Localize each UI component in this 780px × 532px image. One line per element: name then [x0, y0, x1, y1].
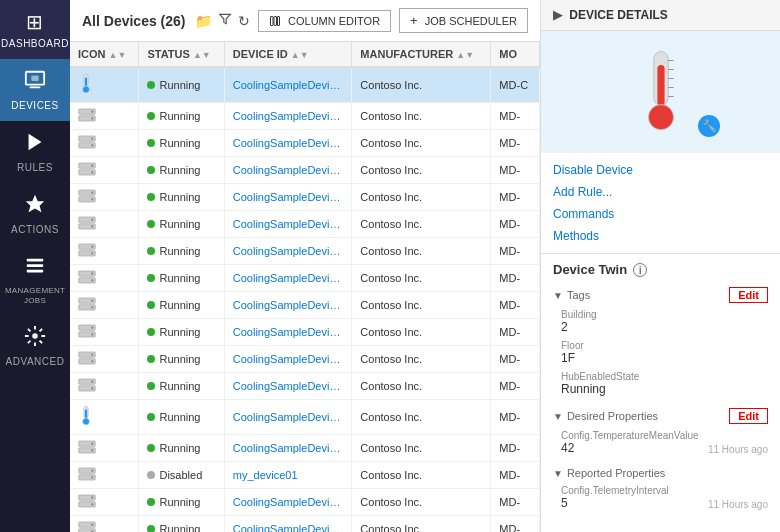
manufacturer-cell: Contoso Inc.	[352, 103, 491, 130]
device-icon-cell	[70, 292, 139, 319]
device-visual: 🔧	[541, 31, 780, 153]
model-cell: MD-	[491, 489, 540, 516]
status-dot	[147, 413, 155, 421]
col-status[interactable]: STATUS ▲▼	[139, 42, 224, 67]
device-id-cell[interactable]: CoolingSampleDevice018_979	[224, 373, 352, 400]
device-icon-cell	[70, 211, 139, 238]
filter-icon[interactable]	[218, 12, 232, 29]
svg-point-29	[91, 192, 93, 194]
device-id-cell[interactable]: CoolingSampleDevice004_979	[224, 435, 352, 462]
device-icon-cell	[70, 184, 139, 211]
main-content: All Devices (26) 📁 ↻ COLUMN EDITOR + JOB…	[70, 0, 540, 532]
col-icon[interactable]: ICON ▲▼	[70, 42, 139, 67]
info-icon[interactable]: i	[633, 263, 647, 277]
table-row[interactable]: RunningCoolingSampleDevice001_979Contoso…	[70, 67, 540, 103]
device-status-cell: Running	[139, 373, 224, 400]
model-cell: MD-	[491, 373, 540, 400]
job-scheduler-button[interactable]: + JOB SCHEDULER	[399, 8, 528, 33]
svg-point-49	[91, 327, 93, 329]
table-row[interactable]: RunningCoolingSampleDevice025_979Contoso…	[70, 265, 540, 292]
server-small-icon	[78, 108, 96, 122]
device-id-cell[interactable]: CoolingSampleDevice022_979	[224, 238, 352, 265]
device-id-cell[interactable]: CoolingSampleDevice013_979	[224, 157, 352, 184]
col-device-id[interactable]: DEVICE ID ▲▼	[224, 42, 352, 67]
svg-rect-13	[85, 77, 87, 86]
device-icon-cell	[70, 373, 139, 400]
device-id-cell[interactable]: CoolingSampleDevice001_979	[224, 67, 352, 103]
reported-chevron-icon[interactable]: ▼	[553, 468, 563, 479]
svg-rect-6	[27, 264, 44, 267]
device-id-cell[interactable]: CoolingSampleDevice007_979	[224, 489, 352, 516]
commands-link[interactable]: Commands	[553, 205, 768, 223]
svg-point-42	[91, 279, 93, 281]
reported-properties-section: ▼ Reported Properties Config.TelemetryIn…	[553, 467, 768, 510]
svg-rect-5	[27, 259, 44, 262]
svg-point-37	[91, 246, 93, 248]
desired-chevron-icon[interactable]: ▼	[553, 411, 563, 422]
model-cell: MD-	[491, 238, 540, 265]
table-row[interactable]: RunningCoolingSampleDevice004_979Contoso…	[70, 435, 540, 462]
table-row[interactable]: RunningCoolingSampleDevice006_979Contoso…	[70, 211, 540, 238]
table-row[interactable]: RunningCoolingSampleDevice023_979Contoso…	[70, 103, 540, 130]
device-id-cell[interactable]: CoolingSampleDevice015_979	[224, 346, 352, 373]
svg-point-22	[91, 144, 93, 146]
device-id-cell[interactable]: CoolingSampleDevice020_979	[224, 184, 352, 211]
sidebar-item-devices[interactable]: Devices	[0, 59, 70, 121]
table-row[interactable]: RunningCoolingSampleDevice013_979Contoso…	[70, 157, 540, 184]
device-id-cell[interactable]: CoolingSampleDevice023_979	[224, 103, 352, 130]
table-row[interactable]: RunningCoolingSampleDevice018_979Contoso…	[70, 373, 540, 400]
svg-point-65	[91, 449, 93, 451]
panel-expand-icon: ▶	[553, 8, 562, 22]
table-row[interactable]: Disabledmy_device01Contoso Inc.MD-	[70, 462, 540, 489]
device-id-cell[interactable]: my_device01	[224, 462, 352, 489]
top-bar-icons: 📁 ↻	[195, 12, 250, 29]
device-status-cell: Running	[139, 346, 224, 373]
col-model[interactable]: MO	[491, 42, 540, 67]
device-status-cell: Running	[139, 184, 224, 211]
table-row[interactable]: RunningCoolingSampleDevice007_979Contoso…	[70, 489, 540, 516]
server-small-icon	[78, 494, 96, 508]
table-row[interactable]: RunningCoolingSampleDevice002_979Contoso…	[70, 400, 540, 435]
refresh-icon[interactable]: ↻	[238, 13, 250, 29]
add-rule-link[interactable]: Add Rule...	[553, 183, 768, 201]
device-icon-cell	[70, 265, 139, 292]
sidebar-item-advanced[interactable]: Advanced	[0, 315, 70, 377]
sidebar-item-dashboard[interactable]: ⊞ Dashboard	[0, 0, 70, 59]
manufacturer-cell: Contoso Inc.	[352, 130, 491, 157]
device-id-cell[interactable]: CoolingSampleDevice005_979	[224, 130, 352, 157]
table-row[interactable]: RunningCoolingSampleDevice005_979Contoso…	[70, 130, 540, 157]
table-row[interactable]: RunningCoolingSampleDevice012_979Contoso…	[70, 319, 540, 346]
table-row[interactable]: RunningCoolingSampleDevice015_979Contoso…	[70, 346, 540, 373]
telemetry-interval-field: Config.TelemetryInterval 5 11 Hours ago	[553, 485, 768, 510]
col-manufacturer[interactable]: MANUFACTURER ▲▼	[352, 42, 491, 67]
server-small-icon	[78, 216, 96, 230]
methods-link[interactable]: Methods	[553, 227, 768, 245]
table-row[interactable]: RunningCoolingSampleDevice010_979Contoso…	[70, 292, 540, 319]
device-id-cell[interactable]: CoolingSampleDevice010_979	[224, 292, 352, 319]
table-row[interactable]: RunningCoolingSampleDevice022_979Contoso…	[70, 238, 540, 265]
svg-point-80	[648, 105, 673, 130]
device-id-cell[interactable]: CoolingSampleDevice025_979	[224, 265, 352, 292]
device-id-cell[interactable]: CoolingSampleDevice002_979	[224, 400, 352, 435]
device-id-cell[interactable]: CoolingSampleDevice006_979	[224, 211, 352, 238]
folder-icon[interactable]: 📁	[195, 13, 212, 29]
table-row[interactable]: RunningCoolingSampleDevice021_979Contoso…	[70, 516, 540, 533]
column-editor-button[interactable]: COLUMN EDITOR	[258, 10, 391, 32]
devices-table-container[interactable]: ICON ▲▼ STATUS ▲▼ DEVICE ID ▲▼ MANUFACTU…	[70, 42, 540, 532]
sidebar-item-management-jobs[interactable]: Management Jobs	[0, 245, 70, 315]
tags-chevron-icon[interactable]: ▼	[553, 290, 563, 301]
sidebar-item-actions[interactable]: Actions	[0, 183, 70, 245]
sidebar-item-rules[interactable]: Rules	[0, 121, 70, 183]
server-small-icon	[78, 297, 96, 311]
svg-point-73	[91, 503, 93, 505]
desired-edit-button[interactable]: Edit	[729, 408, 768, 424]
disable-device-link[interactable]: Disable Device	[553, 161, 768, 179]
svg-point-54	[91, 360, 93, 362]
device-status-cell: Running	[139, 130, 224, 157]
table-row[interactable]: RunningCoolingSampleDevice020_979Contoso…	[70, 184, 540, 211]
server-small-icon	[78, 440, 96, 454]
device-id-cell[interactable]: CoolingSampleDevice012_979	[224, 319, 352, 346]
tags-edit-button[interactable]: Edit	[729, 287, 768, 303]
device-id-cell[interactable]: CoolingSampleDevice021_979	[224, 516, 352, 533]
svg-point-30	[91, 198, 93, 200]
